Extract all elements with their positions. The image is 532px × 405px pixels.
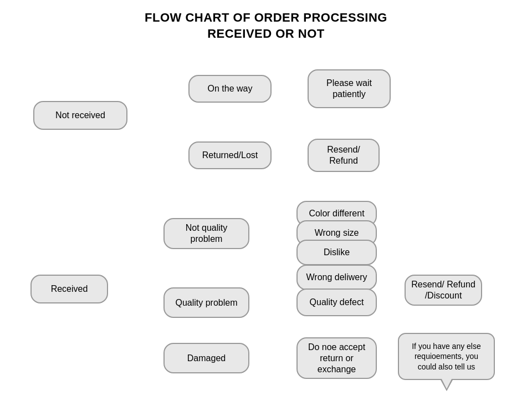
resend-refund-top-node: Resend/ Refund <box>308 139 380 172</box>
speech-bubble-node: If you have any else requioements, you c… <box>398 333 495 380</box>
chart-title: FLOW CHART OF ORDER PROCESSING RECEIVED … <box>0 0 532 42</box>
please-wait-node: Please wait patiently <box>308 69 391 108</box>
wrong-delivery-node: Wrong deliwery <box>296 265 377 290</box>
damaged-node: Damaged <box>163 343 249 373</box>
quality-problem-node: Quality problem <box>163 287 249 318</box>
chart-container: FLOW CHART OF ORDER PROCESSING RECEIVED … <box>0 0 532 405</box>
received-node: Received <box>30 275 108 303</box>
returned-lost-node: Returned/Lost <box>188 141 272 169</box>
dislike-node: Dislike <box>296 240 377 265</box>
resend-refund-discount-node: Resend/ Refund /Discount <box>405 275 482 306</box>
do-not-accept-node: Do noe accept return or exchange <box>296 337 377 379</box>
not-quality-node: Not quality problem <box>163 218 249 249</box>
not-received-node: Not received <box>33 101 127 130</box>
on-the-way-node: On the way <box>188 75 272 103</box>
quality-defect-node: Quality defect <box>296 288 377 316</box>
